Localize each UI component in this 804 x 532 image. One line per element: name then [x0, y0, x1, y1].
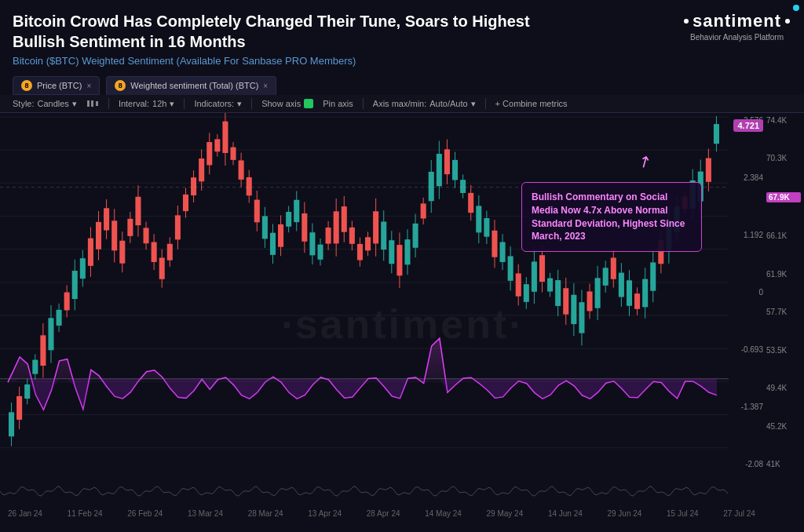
price-label-58k: 57.7K	[766, 308, 801, 316]
price-label-41k: 41K	[766, 460, 801, 468]
tab-sentiment[interactable]: 8 Weighted sentiment (Total) (BTC) ×	[106, 76, 276, 95]
tab-price[interactable]: 8 Price (BTC) ×	[13, 76, 100, 95]
price-label-74k: 74.4K	[766, 116, 801, 125]
indicators-selector[interactable]: Indicators: ▾	[194, 99, 242, 109]
date-may14: 14 May 24	[425, 509, 462, 518]
axis-maxmin-value: Auto/Auto	[429, 99, 467, 108]
style-value: Candles	[38, 99, 69, 108]
sentiment-label-neg208: -2.08	[729, 460, 763, 468]
date-feb11: 11 Feb 24	[68, 509, 103, 518]
date-jun29: 29 Jun 24	[607, 509, 641, 518]
tab-sentiment-label: Weighted sentiment (Total) (BTC)	[130, 81, 258, 90]
price-label-highlighted: 67.9K	[766, 192, 801, 202]
price-label-62k: 61.9K	[766, 270, 801, 279]
logo-tagline: Behavior Analysis Platform	[682, 33, 791, 42]
style-chevron: ▾	[72, 99, 77, 109]
sep4	[363, 98, 364, 109]
teal-indicator-dot	[793, 5, 799, 11]
date-feb26: 26 Feb 24	[127, 509, 163, 518]
indicators-label: Indicators:	[194, 99, 234, 108]
logo-dot-left	[684, 19, 689, 24]
page-title: Bitcoin Crowd Has Completely Changed The…	[13, 11, 546, 52]
sep3	[251, 98, 252, 109]
sentiment-label-neg693: -0.693	[729, 345, 763, 354]
annotation-text: Bullish Commentary on Social Media Now 4…	[532, 191, 685, 242]
show-axis-label: Show axis	[261, 99, 301, 108]
date-apr28: 28 Apr 24	[367, 509, 400, 518]
interval-label: Interval:	[119, 99, 149, 108]
axis-maxmin-label: Axis max/min:	[373, 99, 426, 108]
price-label-66k: 66.1K	[766, 231, 801, 240]
logo-text: santiment	[693, 11, 781, 31]
pin-axis-toggle[interactable]: Pin axis	[323, 99, 353, 108]
show-axis-checkbox[interactable]	[304, 99, 313, 108]
date-jul15: 15 Jul 24	[667, 509, 699, 518]
indicators-chevron: ▾	[237, 99, 242, 109]
chart-wrapper: ·santiment· ↗ Bullish Commentary on Soci…	[0, 113, 804, 532]
tab-sentiment-close[interactable]: ×	[263, 82, 268, 90]
sep5	[485, 98, 486, 109]
axis-maxmin-selector[interactable]: Axis max/min: Auto/Auto ▾	[373, 99, 476, 109]
main-chart-canvas[interactable]	[0, 113, 729, 502]
sentiment-label-1192: 1.192	[729, 231, 763, 239]
price-label-49k: 49.4K	[766, 384, 801, 392]
date-jun14: 14 Jun 24	[548, 509, 583, 518]
combine-metrics-button[interactable]: + Combine metrics	[495, 99, 568, 108]
date-jul27: 27 Jul 24	[723, 509, 755, 518]
bottom-date-axis: 26 Jan 24 11 Feb 24 26 Feb 24 13 Mar 24 …	[0, 509, 763, 518]
axis-maxmin-chevron: ▾	[471, 99, 476, 109]
sentiment-label-0: 0	[729, 288, 763, 297]
sentiment-label-neg1387: -1.387	[729, 403, 763, 411]
header: Bitcoin Crowd Has Completely Changed The…	[0, 0, 804, 73]
tab-price-close[interactable]: ×	[86, 82, 91, 90]
date-jan26: 26 Jan 24	[8, 509, 42, 518]
combine-metrics-label: + Combine metrics	[495, 99, 568, 108]
right-axis-price: 74.4K 70.3K 67.9K 66.1K 61.9K 57.7K 53.5…	[763, 113, 804, 472]
sep2	[184, 98, 185, 109]
chart-tabs: 8 Price (BTC) × 8 Weighted sentiment (To…	[0, 76, 804, 95]
show-axis-toggle[interactable]: Show axis	[261, 99, 313, 108]
candle-icon	[86, 100, 99, 107]
logo-area: santiment Behavior Analysis Platform	[682, 11, 791, 42]
interval-selector[interactable]: Interval: 12h ▾	[119, 99, 175, 109]
tab-sentiment-badge: 8	[115, 80, 126, 91]
sentiment-label-2384: 2.384	[729, 173, 763, 182]
tab-price-label: Price (BTC)	[37, 81, 82, 90]
price-label-45k: 45.2K	[766, 422, 801, 431]
toolbar: Style: Candles ▾ Interval: 12h ▾ Indicat…	[0, 95, 804, 113]
style-selector[interactable]: Style: Candles ▾	[13, 99, 77, 109]
right-axis-sentiment: 3.576 2.384 1.192 0 -0.693 -1.387 -2.08	[729, 113, 763, 472]
style-label: Style:	[13, 99, 35, 108]
date-mar13: 13 Mar 24	[188, 509, 223, 518]
interval-chevron: ▾	[170, 99, 174, 109]
sep1	[108, 98, 109, 109]
logo-dot-right	[785, 19, 790, 24]
price-label-70k: 70.3K	[766, 154, 801, 162]
date-may29: 29 May 24	[487, 509, 524, 518]
main-container: Bitcoin Crowd Has Completely Changed The…	[0, 0, 804, 532]
tab-price-badge: 8	[21, 80, 32, 91]
date-mar28: 28 Mar 24	[248, 509, 283, 518]
interval-value: 12h	[152, 99, 166, 108]
price-label-54k: 53.5K	[766, 346, 801, 355]
current-value-badge: 4.721	[733, 119, 763, 132]
date-apr13: 13 Apr 24	[308, 509, 342, 518]
page-subtitle: Bitcoin ($BTC) Weighted Sentiment (Avail…	[13, 55, 791, 67]
annotation-box: Bullish Commentary on Social Media Now 4…	[521, 182, 702, 252]
pin-axis-label: Pin axis	[323, 99, 353, 108]
